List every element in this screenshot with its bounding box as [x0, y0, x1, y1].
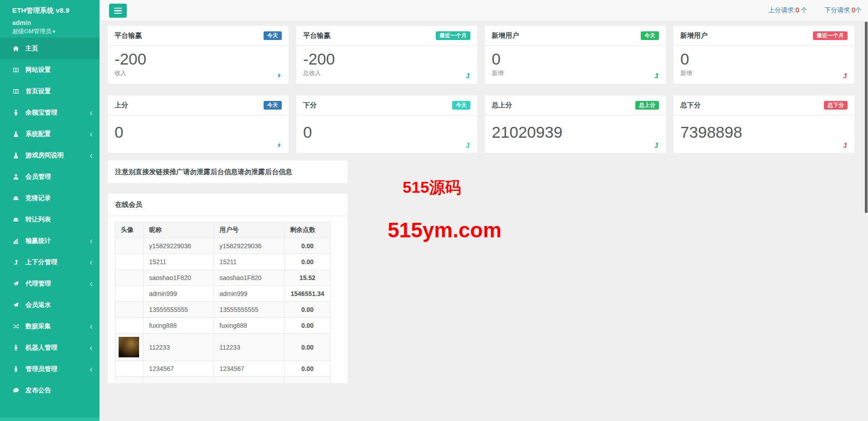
- online-members-table: 头像 昵称 用户号 剩余点数 y15829229036y158292290360…: [115, 222, 331, 383]
- stat-card-platform-winloss-month: 平台输赢最近一个月 -200总收入: [296, 26, 477, 84]
- sidebar-item-robots[interactable]: 机器人管理 ‹: [0, 337, 100, 358]
- chevron-left-icon: ‹: [90, 236, 92, 246]
- send-icon: [12, 302, 20, 308]
- watermark-line1: 515源码: [403, 177, 461, 198]
- columns-icon: [12, 88, 20, 95]
- card-value: 7398898: [680, 123, 848, 142]
- user-icon: [12, 174, 20, 180]
- sidebar-item-data-collection[interactable]: 数据采集 ‹: [0, 316, 100, 337]
- card-title: 平台输赢: [115, 31, 142, 40]
- status-badge: 最近一个月: [436, 31, 470, 40]
- sidebar-item-bet-records[interactable]: 竞猜记录: [0, 187, 100, 209]
- sidebar-toggle-button[interactable]: [109, 4, 127, 18]
- sidebar-item-winloss-stats[interactable]: 输赢统计 ‹: [0, 230, 100, 251]
- male-icon: [12, 345, 20, 351]
- topbar-links: 上分请求:0 个 下分请求 0个: [768, 0, 862, 21]
- col-header-account: 用户号: [214, 222, 284, 238]
- panel-title: 在线会员: [108, 194, 348, 216]
- car-icon: [12, 216, 20, 223]
- avatar-image: [119, 337, 139, 357]
- status-badge: 今天: [264, 31, 282, 40]
- chevron-left-icon: ‹: [90, 150, 92, 160]
- comment-icon: [12, 387, 20, 394]
- flask-icon: [12, 131, 20, 137]
- level-up-icon: [464, 72, 471, 79]
- table-row: [115, 377, 331, 384]
- card-sublabel: 新增: [680, 69, 848, 77]
- card-sublabel: 总收入: [303, 69, 470, 77]
- card-value: 21020939: [492, 123, 659, 142]
- bolt-icon: [276, 142, 283, 149]
- bar-chart-icon: [12, 238, 20, 244]
- level-up-icon: [653, 72, 660, 79]
- status-badge: 总下分: [824, 101, 848, 110]
- bolt-icon: [276, 72, 283, 79]
- chevron-left-icon: ‹: [90, 278, 92, 289]
- card-title: 平台输赢: [303, 31, 330, 40]
- table-row: admin999admin9991546551.34: [115, 286, 331, 302]
- sidebar-brand: ETH管理系统 v8.9 admin 超级GM管理员▾: [0, 0, 100, 38]
- card-value: 0: [303, 123, 470, 142]
- card-title: 新增用户: [680, 31, 708, 40]
- sidebar-item-transfer-list[interactable]: 转让列表: [0, 209, 100, 230]
- level-up-icon: [653, 142, 660, 149]
- down-request-count: 0: [852, 6, 855, 14]
- sidebar-menu: 主页 网站设置 首页设置 余额宝管理 ‹ 系统配置 ‹ 游: [0, 38, 100, 401]
- sidebar-item-admins[interactable]: 管理员管理 ‹: [0, 358, 100, 380]
- card-title: 上分: [115, 101, 128, 110]
- sidebar-item-system-config[interactable]: 系统配置 ‹: [0, 123, 100, 145]
- up-request-link[interactable]: 上分请求:0 个: [768, 6, 808, 15]
- card-title: 总上分: [492, 101, 512, 110]
- stat-card-new-users-month: 新增用户最近一个月 0新增: [673, 26, 854, 84]
- car-icon: [12, 195, 20, 201]
- card-sublabel: 收入: [115, 69, 282, 77]
- sidebar-item-member-rebate[interactable]: 会员返水: [0, 294, 100, 316]
- sidebar-item-site-settings[interactable]: 网站设置: [0, 59, 100, 80]
- sidebar-item-agents[interactable]: 代理管理 ‹: [0, 273, 100, 294]
- stat-card-down-points-today: 下分今天 0: [296, 95, 477, 153]
- level-up-icon: [842, 142, 848, 149]
- status-badge: 今天: [452, 101, 470, 110]
- sidebar-item-announcements[interactable]: 发布公告: [0, 380, 100, 401]
- stat-card-new-users-today: 新增用户今天 0新增: [485, 26, 666, 84]
- chevron-left-icon: ‹: [90, 342, 92, 353]
- status-badge: 最近一个月: [813, 31, 848, 40]
- sidebar-footer-strip: [0, 418, 100, 421]
- table-row: fuxing888fuxing8880.00: [115, 318, 331, 334]
- sidebar-item-members[interactable]: 会员管理: [0, 166, 100, 187]
- card-title: 下分: [303, 101, 317, 110]
- sidebar-item-homepage-settings[interactable]: 首页设置: [0, 80, 100, 102]
- card-value: 0: [680, 50, 848, 69]
- username-label: admin: [12, 19, 87, 26]
- role-dropdown[interactable]: 超级GM管理员▾: [12, 27, 87, 35]
- table-header-row: 头像 昵称 用户号 剩余点数: [115, 222, 331, 238]
- shuffle-icon: [12, 323, 20, 330]
- col-header-avatar: 头像: [115, 222, 144, 238]
- male-icon: [12, 366, 20, 372]
- vertical-scrollbar-thumb[interactable]: [865, 22, 868, 213]
- level-up-icon: [12, 259, 20, 266]
- table-row: 123456712345670.00: [115, 361, 331, 377]
- sidebar-item-home[interactable]: 主页: [0, 38, 100, 59]
- sidebar: ETH管理系统 v8.9 admin 超级GM管理员▾ 主页 网站设置 首页设置…: [0, 0, 100, 421]
- sidebar-item-updown-points[interactable]: 上下分管理 ‹: [0, 251, 100, 273]
- sidebar-item-yuebao[interactable]: 余额宝管理 ‹: [0, 102, 100, 123]
- status-badge: 今天: [264, 101, 282, 110]
- level-up-icon: [842, 72, 848, 79]
- chevron-left-icon: ‹: [90, 129, 92, 139]
- table-row: saoshao1F820saoshao1F82015.52: [115, 270, 331, 286]
- chevron-left-icon: ‹: [90, 321, 92, 331]
- home-icon: [12, 45, 20, 52]
- male-icon: [12, 110, 20, 116]
- columns-icon: [12, 67, 20, 73]
- table-row: 13555555555135555555550.00: [115, 302, 331, 318]
- stat-card-total-down-points: 总下分总下分 7398898: [673, 95, 854, 153]
- level-up-icon: [464, 142, 471, 149]
- sidebar-item-game-room-info[interactable]: 游戏房间说明 ‹: [0, 145, 100, 166]
- send-icon: [12, 281, 20, 287]
- down-request-link[interactable]: 下分请求 0个: [824, 6, 862, 15]
- caret-down-icon: ▾: [53, 29, 55, 34]
- table-row: y15829229036y158292290360.00: [115, 238, 331, 254]
- stat-card-up-points-today: 上分今天 0: [108, 95, 289, 153]
- card-value: -200: [303, 50, 470, 69]
